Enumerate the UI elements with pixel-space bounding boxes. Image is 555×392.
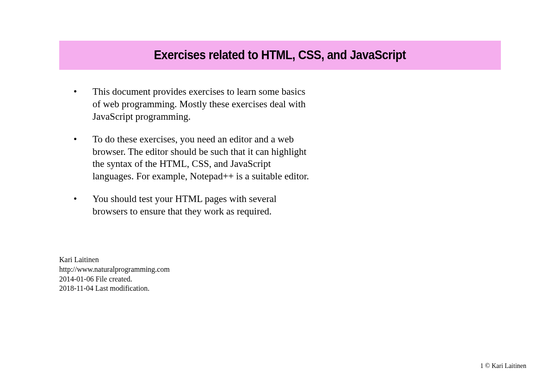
modified-date: 2018-11-04 Last modification. [59, 284, 170, 294]
meta-block: Kari Laitinen http://www.naturalprogramm… [59, 255, 170, 294]
author-url: http://www.naturalprogramming.com [59, 265, 170, 275]
list-item: This document provides exercises to lear… [72, 86, 312, 123]
list-item: You should test your HTML pages with sev… [72, 193, 312, 218]
author-name: Kari Laitinen [59, 255, 170, 265]
created-date: 2014-01-06 File created. [59, 275, 170, 284]
footer-text: 1 © Kari Laitinen [480, 362, 526, 370]
list-item: To do these exercises, you need an edito… [72, 133, 312, 183]
page-title: Exercises related to HTML, CSS, and Java… [154, 48, 406, 62]
bullet-list: This document provides exercises to lear… [72, 86, 312, 228]
title-bar: Exercises related to HTML, CSS, and Java… [59, 41, 501, 70]
